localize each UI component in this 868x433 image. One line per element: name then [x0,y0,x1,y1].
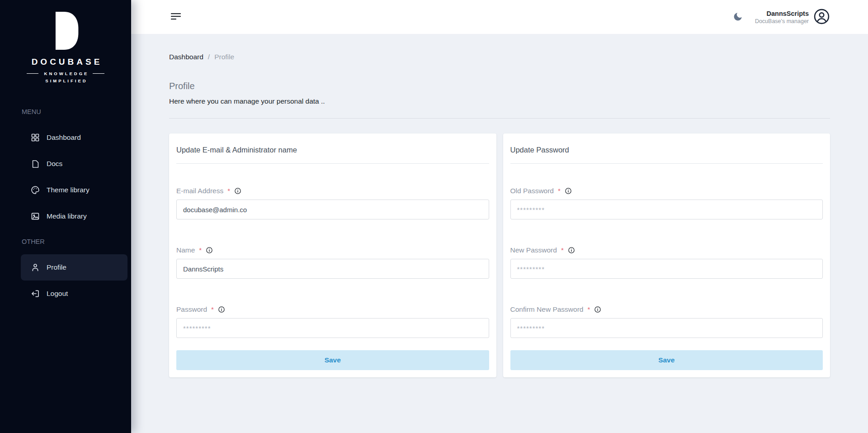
email-name-form: E-mail Address * Name [176,186,489,370]
new-password-field-label: New Password [510,246,557,254]
main-area: DannsScripts DocuBase's manager Dashboar… [131,0,868,433]
field-label-row: Old Password * [510,186,823,195]
password-form: Old Password * New Password [510,186,823,370]
info-icon[interactable] [565,187,572,195]
new-password-field-group: New Password * [510,246,823,279]
required-asterisk: * [211,305,214,314]
email-input[interactable] [176,200,489,219]
brand-tagline-top: KNOWLEDGE [0,71,131,76]
page-subtitle: Here where you can manage your personal … [169,97,830,105]
confirm-password-input[interactable] [510,318,823,338]
sidebar-item-docs[interactable]: Docs [21,151,127,177]
card-title: Update Password [510,143,823,164]
cards-row: Update E-mail & Administrator name E-mai… [169,133,830,377]
user-role: DocuBase's manager [755,18,809,24]
info-icon[interactable] [234,187,241,195]
name-field-label: Name [176,246,195,254]
confirm-password-field-label: Confirm New Password [510,305,584,314]
section-divider [169,118,830,119]
breadcrumb: Dashboard / Profile [169,53,830,61]
nav-section-menu: MENU [22,104,131,119]
field-label-row: New Password * [510,246,823,254]
field-label-row: Confirm New Password * [510,305,823,314]
new-password-input[interactable] [510,259,823,279]
hamburger-icon [171,13,181,22]
email-field-group: E-mail Address * [176,186,489,219]
moon-icon [733,11,743,23]
old-password-input[interactable] [510,200,823,219]
breadcrumb-separator: / [208,53,210,61]
sidebar-item-theme-library[interactable]: Theme library [21,177,127,203]
sidebar-item-label: Docs [47,160,62,168]
old-password-field-label: Old Password [510,186,554,195]
info-icon[interactable] [206,247,213,254]
required-asterisk: * [558,186,561,195]
old-password-field-group: Old Password * [510,186,823,219]
sidebar: DOCUBASE KNOWLEDGE SIMPLIFIED MENU Dashb… [0,0,131,433]
sidebar-item-label: Media library [47,212,87,220]
tagline-line-right [93,73,104,74]
breadcrumb-dashboard-link[interactable]: Dashboard [169,53,203,61]
password-field-group: Password * [176,305,489,338]
user-name: DannsScripts [755,10,809,17]
sidebar-nav: MENU Dashboard Docs [0,104,131,307]
name-field-group: Name * [176,246,489,279]
sidebar-item-logout[interactable]: Logout [21,281,127,307]
nav-section-other: OTHER [22,234,131,249]
brand-name: DOCUBASE [0,57,131,67]
save-password-button[interactable]: Save [510,350,823,370]
sidebar-item-label: Profile [47,263,66,271]
field-label-row: Password * [176,305,489,314]
page-title: Profile [169,81,830,91]
save-email-name-button[interactable]: Save [176,350,489,370]
password-input[interactable] [176,318,489,338]
user-icon [31,263,40,272]
required-asterisk: * [199,246,202,254]
name-input[interactable] [176,259,489,279]
document-icon [31,159,40,168]
card-title: Update E-mail & Administrator name [176,143,489,164]
logout-icon [31,289,40,298]
sidebar-item-media-library[interactable]: Media library [21,203,127,229]
required-asterisk: * [561,246,564,254]
required-asterisk: * [587,305,590,314]
password-field-label: Password [176,305,207,314]
user-circle-icon [813,8,830,26]
email-field-label: E-mail Address [176,186,223,195]
info-icon[interactable] [594,306,601,313]
user-menu-button[interactable] [813,8,830,26]
field-label-row: E-mail Address * [176,186,489,195]
required-asterisk: * [227,186,230,195]
topbar-right-group: DannsScripts DocuBase's manager [733,8,830,26]
sidebar-item-label: Dashboard [47,133,81,142]
field-label-row: Name * [176,246,489,254]
page-content: Dashboard / Profile Profile Here where y… [131,34,868,377]
sidebar-item-dashboard[interactable]: Dashboard [21,124,127,151]
docubase-d-logo-icon [51,12,80,52]
palette-icon [31,186,40,195]
breadcrumb-current: Profile [214,53,234,61]
tagline-line-left [27,73,38,74]
image-icon [31,212,40,221]
topbar: DannsScripts DocuBase's manager [131,0,868,34]
user-info: DannsScripts DocuBase's manager [755,10,809,24]
update-email-name-card: Update E-mail & Administrator name E-mai… [169,133,496,377]
update-password-card: Update Password Old Password * [503,133,830,377]
sidebar-item-label: Logout [47,290,68,298]
dark-mode-toggle-button[interactable] [733,11,743,23]
brand-tagline-bottom: SIMPLIFIED [0,78,131,83]
brand-logo: DOCUBASE KNOWLEDGE SIMPLIFIED [0,0,131,83]
confirm-password-field-group: Confirm New Password * [510,305,823,338]
sidebar-item-profile[interactable]: Profile [21,254,127,281]
info-icon[interactable] [568,247,575,254]
sidebar-item-label: Theme library [47,186,90,194]
sidebar-toggle-button[interactable] [169,11,183,24]
grid-icon [31,133,40,142]
info-icon[interactable] [218,306,225,313]
